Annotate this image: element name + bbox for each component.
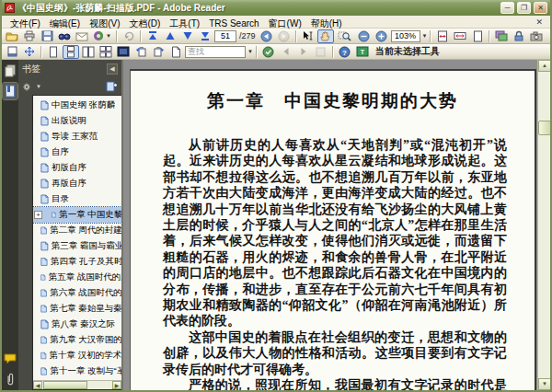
bookmark-label: 出版说明: [52, 115, 86, 127]
zoom-marquee-button[interactable]: [335, 29, 355, 43]
vertical-scrollbar[interactable]: ▲ ▼: [537, 60, 550, 390]
actual-size-button[interactable]: [469, 29, 486, 43]
find-input[interactable]: [185, 46, 246, 58]
single-page-button[interactable]: [45, 45, 62, 59]
last-page-button[interactable]: [197, 29, 213, 43]
trs-search-button[interactable]: T: [354, 45, 371, 59]
next-view-button[interactable]: [276, 29, 293, 43]
snapshot-page-button[interactable]: [167, 45, 184, 59]
review-comment-icon[interactable]: [493, 29, 510, 43]
search-button[interactable]: [56, 29, 73, 43]
previous-page-button[interactable]: [162, 29, 178, 43]
menu-item[interactable]: 帮助(H): [306, 18, 347, 29]
bookmark-item[interactable]: + 第七章 秦始皇与秦帝国: [33, 301, 121, 317]
bookmark-item[interactable]: + 自序: [33, 144, 121, 160]
scroll-down-icon[interactable]: ▼: [538, 378, 550, 390]
print-button[interactable]: [21, 29, 38, 43]
menu-item[interactable]: 视图(V): [85, 18, 124, 29]
first-page-button[interactable]: [144, 29, 161, 43]
bookmark-item[interactable]: + 导读 王家范: [33, 129, 121, 144]
menu-item[interactable]: 工具(T): [165, 18, 204, 29]
navigation-rail: [2, 60, 18, 390]
scroll-left-icon[interactable]: ◀: [33, 381, 42, 389]
zoom-out-button[interactable]: [356, 29, 373, 43]
zoom-level-input[interactable]: [391, 30, 420, 42]
menu-item[interactable]: TRS Search: [204, 18, 263, 29]
zoom-in-button[interactable]: [374, 29, 390, 43]
select-tool-button[interactable]: [300, 29, 316, 43]
bookmark-item[interactable]: + 中国史纲 张荫麟: [33, 98, 121, 113]
page-number-input[interactable]: [214, 30, 236, 42]
bookmark-item[interactable]: + 初版自序: [33, 160, 121, 176]
facing-pages-button[interactable]: [80, 45, 97, 59]
attachments-panel-icon[interactable]: [3, 371, 17, 387]
undo-icon[interactable]: [121, 29, 137, 43]
scroll-up-icon[interactable]: ▲: [538, 60, 550, 72]
menu-item[interactable]: 文件(F): [6, 18, 45, 29]
separator: [140, 30, 142, 42]
bookmark-item[interactable]: + 第五章 战国时代的政治与社会: [33, 270, 121, 285]
comments-panel-icon[interactable]: [3, 351, 17, 367]
bookmarks-panel-icon[interactable]: [3, 83, 17, 99]
bookmarks-panel-title: 书签: [22, 63, 107, 75]
bookmark-item[interactable]: + 第六章 战国时代的思潮: [33, 285, 121, 301]
expand-plus-icon[interactable]: +: [34, 211, 42, 219]
sign-lock-icon[interactable]: [511, 29, 527, 43]
previous-view-button[interactable]: [259, 29, 275, 43]
help-button[interactable]: ?: [337, 45, 353, 59]
scroll-right-icon[interactable]: ▶: [112, 381, 121, 389]
bookmark-item[interactable]: + 第十一章 改制与“革命”: [33, 363, 121, 379]
save-button[interactable]: [39, 29, 55, 43]
minimize-button[interactable]: ─: [500, 2, 514, 14]
find-previous-button[interactable]: [278, 45, 294, 59]
fullscreen-button[interactable]: [115, 45, 132, 59]
scroll-thumb[interactable]: [538, 121, 550, 135]
email-button[interactable]: [74, 29, 90, 43]
separator: [256, 46, 258, 58]
fit-width-button[interactable]: [452, 29, 468, 43]
find-next-button[interactable]: [295, 45, 312, 59]
zoom-caret-icon[interactable]: ▼: [422, 33, 428, 39]
next-page-button[interactable]: [179, 29, 196, 43]
bookmark-item[interactable]: + 附录 张荫麟传 王家范: [33, 379, 121, 380]
hand-tool-button[interactable]: [317, 29, 334, 43]
continuous-facing-button[interactable]: [98, 45, 114, 59]
bookmark-item[interactable]: + 再版自序: [33, 176, 121, 191]
fit-visible-button[interactable]: [21, 45, 38, 59]
scroll-track[interactable]: [87, 381, 112, 389]
highlight-all-button[interactable]: [313, 45, 329, 59]
bookmark-item[interactable]: + 第二章 周代的封建社会: [33, 223, 121, 238]
menu-item[interactable]: 编辑(E): [45, 18, 85, 29]
document-close-icon[interactable]: ✕: [532, 17, 546, 27]
bookmark-item[interactable]: + 第九章 大汉帝国的发展: [33, 332, 121, 348]
new-bookmark-icon[interactable]: [106, 81, 118, 92]
fit-page-button[interactable]: [434, 29, 451, 43]
continuous-page-button[interactable]: [63, 45, 79, 59]
bookmark-item[interactable]: + 目录: [33, 191, 121, 207]
bookmark-item[interactable]: + 第一章 中国史黎明期的大势: [33, 207, 121, 223]
bookmark-item[interactable]: + 第三章 霸国与霸业: [33, 238, 121, 254]
find-options-caret-icon[interactable]: ▼: [247, 49, 253, 54]
search-again-button[interactable]: [260, 45, 277, 59]
collapse-panel-icon[interactable]: ◀: [107, 63, 118, 75]
bookmark-label: 第一章 中国史黎明期的大势: [59, 209, 121, 221]
menu-item[interactable]: 文档(D): [124, 18, 165, 29]
bookmark-item[interactable]: + 第四章 孔子及其时世: [33, 254, 121, 270]
bookmark-item[interactable]: + 出版说明: [33, 113, 121, 129]
rotate-ccw-button[interactable]: [132, 45, 149, 59]
camera-icon[interactable]: [528, 29, 545, 43]
bookmarks-horizontal-scrollbar[interactable]: ◀ ▶: [33, 380, 121, 389]
share-review-button[interactable]: ▼: [91, 29, 113, 43]
bookmark-item[interactable]: + 第八章 秦汉之际: [33, 317, 121, 332]
menu-item[interactable]: 窗口(W): [264, 18, 306, 29]
open-button[interactable]: [4, 29, 20, 43]
options-gear-icon[interactable]: [22, 82, 33, 92]
close-button[interactable]: ✕: [534, 2, 547, 14]
maximize-button[interactable]: ❐: [517, 2, 531, 14]
rotate-cw-button[interactable]: [150, 45, 167, 59]
scroll-thumb[interactable]: [43, 381, 87, 389]
scrolling-pages-button[interactable]: [4, 45, 20, 59]
options-caret-icon[interactable]: ▼: [36, 84, 41, 89]
bookmark-item[interactable]: + 第十章 汉初的学术与政治: [33, 348, 121, 363]
pages-panel-icon[interactable]: [3, 63, 17, 79]
